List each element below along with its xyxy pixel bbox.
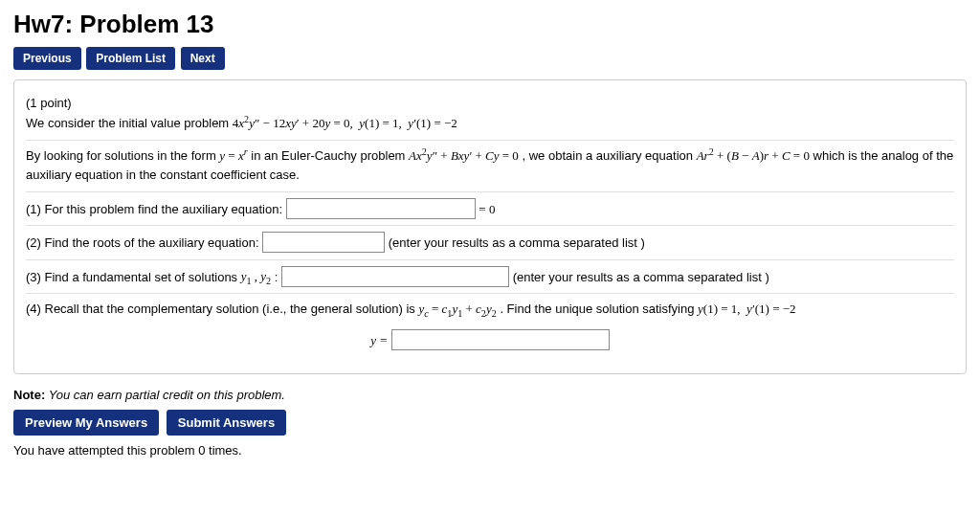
paragraph-text: in an Euler-Cauchy problem: [251, 148, 409, 163]
attempts-text: You have attempted this problem 0 times.: [13, 443, 967, 458]
q4-general-solution: yc = c1y1 + c2y2: [418, 302, 496, 316]
q3-input[interactable]: [281, 266, 509, 287]
points-label: (1 point): [26, 96, 72, 110]
nav-bar: Previous Problem List Next: [13, 47, 967, 70]
problem-panel: (1 point) We consider the initial value …: [13, 79, 967, 374]
q1-label: (1) For this problem find the auxiliary …: [26, 202, 282, 216]
ivp-equation: 4x2y″ − 12xy′ + 20y = 0, y(1) = 1, y′(1)…: [233, 116, 457, 130]
note-text: You can earn partial credit on this prob…: [49, 388, 285, 402]
problem-list-button[interactable]: Problem List: [86, 47, 175, 70]
q2-hint: (enter your results as a comma separated…: [389, 235, 645, 250]
q2-input[interactable]: [262, 232, 385, 253]
divider: [26, 293, 954, 294]
euler-cauchy-equation: Ax2y″ + Bxy′ + Cy = 0: [409, 148, 519, 163]
submit-answers-button[interactable]: Submit Answers: [167, 410, 286, 436]
q4-label-a: (4) Recall that the complementary soluti…: [26, 302, 418, 316]
q1-suffix: = 0: [479, 202, 495, 216]
preview-answers-button[interactable]: Preview My Answers: [13, 410, 159, 436]
auxiliary-equation: Ar2 + (B − A)r + C = 0: [697, 148, 810, 163]
q4-conditions: y(1) = 1, y′(1) = −2: [698, 302, 795, 316]
q3-colon: :: [275, 269, 278, 283]
paragraph-text: , we obtain a auxiliary equation: [523, 148, 697, 163]
page-title: Hw7: Problem 13: [13, 10, 967, 39]
note-line: Note: You can earn partial credit on thi…: [13, 388, 967, 402]
intro-text: We consider the initial value problem: [26, 116, 233, 130]
form-equation: y = xr: [219, 148, 247, 163]
divider: [26, 140, 954, 141]
note-bold: Note:: [13, 388, 45, 402]
y-equals-label: y =: [370, 332, 388, 346]
next-button[interactable]: Next: [181, 47, 225, 70]
q1-input[interactable]: [286, 198, 476, 219]
divider: [26, 225, 954, 226]
q4-label-b: . Find the unique solution satisfying: [500, 302, 698, 316]
q3-subscript: y1 , y2: [241, 269, 271, 283]
paragraph-text: By looking for solutions in the form: [26, 148, 219, 163]
divider: [26, 191, 954, 192]
previous-button[interactable]: Previous: [13, 47, 81, 70]
q3-label: (3) Find a fundamental set of solutions: [26, 269, 241, 283]
q3-hint: (enter your results as a comma separated…: [513, 269, 769, 283]
q4-input[interactable]: [391, 329, 610, 350]
divider: [26, 259, 954, 260]
q2-label: (2) Find the roots of the auxiliary equa…: [26, 235, 259, 250]
